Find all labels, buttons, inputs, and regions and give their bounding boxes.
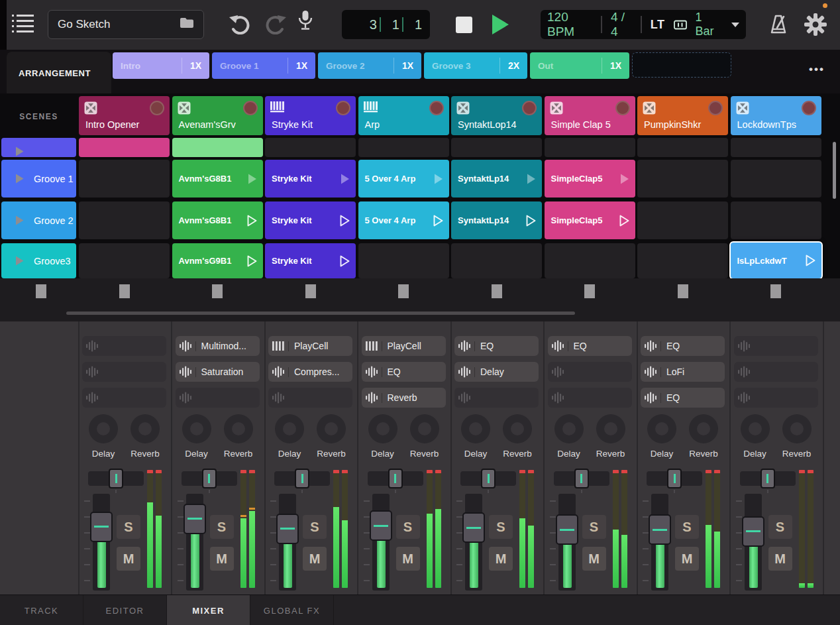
reverb-send-knob[interactable] <box>410 414 439 443</box>
fader-cap[interactable] <box>184 504 206 534</box>
fx-slot[interactable]: Reverb <box>362 388 446 408</box>
grid-cell-empty[interactable] <box>637 160 728 198</box>
microphone-button[interactable] <box>297 10 314 35</box>
delay-send-knob[interactable] <box>461 414 490 443</box>
delay-send-knob[interactable] <box>182 414 211 443</box>
record-arm-button[interactable] <box>522 101 537 115</box>
reverb-send-knob[interactable] <box>317 414 346 443</box>
mute-button[interactable]: M <box>210 547 234 571</box>
reverb-send-knob[interactable] <box>224 414 253 443</box>
fx-slot[interactable]: EQ <box>548 336 632 356</box>
grid-cell-empty[interactable] <box>451 243 542 278</box>
play-button[interactable] <box>492 15 509 34</box>
mute-button[interactable]: M <box>489 547 513 571</box>
fx-slot[interactable] <box>734 336 818 356</box>
clip[interactable]: 5 Over 4 Arp <box>358 160 449 198</box>
session-list-button[interactable] <box>12 14 34 36</box>
record-arm-button[interactable] <box>429 101 444 115</box>
track-header[interactable]: Avenam'sGrv <box>172 96 263 135</box>
track-header[interactable]: PumpkinShkr <box>637 96 728 135</box>
solo-button[interactable]: S <box>675 515 699 539</box>
clip[interactable]: Stryke Kit <box>265 243 356 278</box>
fader-cap[interactable] <box>370 510 392 541</box>
stop-clip-button[interactable] <box>492 284 502 298</box>
time-signature[interactable]: 4 / 4 <box>611 10 632 39</box>
grid-cell-empty[interactable] <box>637 243 728 278</box>
fx-slot[interactable]: EQ <box>641 336 725 356</box>
grid-cell-empty[interactable] <box>451 138 542 157</box>
pan-handle[interactable] <box>295 469 309 488</box>
fx-slot[interactable] <box>268 388 352 408</box>
song-position-display[interactable]: 3 1 1 <box>342 10 430 39</box>
solo-button[interactable]: S <box>117 515 140 539</box>
grid-cell-empty[interactable] <box>358 138 449 157</box>
stop-clip-button[interactable] <box>36 284 46 298</box>
grid-cell-empty[interactable] <box>545 243 635 278</box>
pan-handle[interactable] <box>109 469 123 488</box>
delay-send-knob[interactable] <box>647 414 676 443</box>
clip[interactable]: SyntaktLp14 <box>451 201 542 239</box>
clip[interactable]: Avnm'sG9B1 <box>172 243 263 278</box>
reverb-send-knob[interactable] <box>689 414 718 443</box>
solo-button[interactable]: S <box>396 515 420 539</box>
tempo-display[interactable]: 120 BPM 4 / 4 LT 1 Bar <box>541 10 746 39</box>
grid-vertical-scrollbar[interactable] <box>833 142 836 199</box>
tab-editor[interactable]: EDITOR <box>83 595 167 625</box>
delay-send-knob[interactable] <box>275 414 304 443</box>
clip[interactable]: SimpleClap5 <box>545 160 635 198</box>
mute-button[interactable]: M <box>117 547 140 571</box>
pan-handle[interactable] <box>667 469 682 488</box>
pan-handle[interactable] <box>481 469 496 488</box>
stop-clip-button[interactable] <box>678 284 688 298</box>
redo-button[interactable] <box>262 13 288 34</box>
stop-clip-button[interactable] <box>584 284 595 298</box>
scene-button[interactable]: Groove3 <box>1 243 76 278</box>
pan-handle[interactable] <box>761 469 775 488</box>
record-arm-button[interactable] <box>708 101 723 115</box>
fx-slot[interactable] <box>176 388 260 408</box>
record-arm-button[interactable] <box>615 101 630 115</box>
clip[interactable]: SyntaktLp14 <box>451 160 542 198</box>
grid-cell-empty[interactable] <box>637 138 728 157</box>
scene-button[interactable]: Groove 1 <box>1 160 76 198</box>
mute-button[interactable]: M <box>675 547 699 571</box>
clip[interactable] <box>79 138 170 157</box>
fx-slot[interactable]: EQ <box>454 336 539 356</box>
record-arm-button[interactable] <box>802 101 816 115</box>
fx-slot[interactable]: Compres... <box>268 362 352 382</box>
grid-cell-empty[interactable] <box>545 138 635 157</box>
grid-cell-empty[interactable] <box>731 201 821 239</box>
fx-slot[interactable]: Delay <box>454 362 539 382</box>
arrangement-empty-slot[interactable] <box>632 52 731 78</box>
fx-slot[interactable] <box>82 336 166 356</box>
fx-slot[interactable] <box>734 362 818 382</box>
scene-button[interactable]: Groove 2 <box>1 201 76 239</box>
metronome-button[interactable] <box>767 13 790 38</box>
solo-button[interactable]: S <box>210 515 234 539</box>
grid-cell-empty[interactable] <box>79 160 170 198</box>
fx-slot[interactable] <box>548 388 632 408</box>
reverb-send-knob[interactable] <box>503 414 532 443</box>
clip[interactable]: Avnm'sG8B1 <box>172 201 263 239</box>
track-header[interactable]: SyntaktLop14 <box>451 96 542 135</box>
scene-button[interactable] <box>1 138 76 157</box>
clip[interactable]: Avnm'sG8B1 <box>172 160 263 198</box>
fx-slot[interactable] <box>82 362 166 382</box>
stop-clip-button[interactable] <box>119 284 130 298</box>
clip[interactable]: 5 Over 4 Arp <box>358 201 449 239</box>
record-arm-button[interactable] <box>243 101 258 115</box>
project-name-field[interactable]: Go Sketch <box>48 10 204 39</box>
pan-handle[interactable] <box>388 469 403 488</box>
fader-cap[interactable] <box>276 514 299 544</box>
grid-cell-empty[interactable] <box>79 243 170 278</box>
fader-cap[interactable] <box>556 514 578 545</box>
clip[interactable] <box>172 138 263 157</box>
fx-slot[interactable]: LoFi <box>641 362 725 382</box>
tab-mixer[interactable]: MIXER <box>167 595 250 625</box>
grid-cell-empty[interactable] <box>358 243 449 278</box>
record-arm-button[interactable] <box>150 101 164 115</box>
stop-clip-button[interactable] <box>212 284 223 298</box>
solo-button[interactable]: S <box>303 515 327 539</box>
fader-cap[interactable] <box>462 512 485 543</box>
grid-cell-empty[interactable] <box>637 201 728 239</box>
